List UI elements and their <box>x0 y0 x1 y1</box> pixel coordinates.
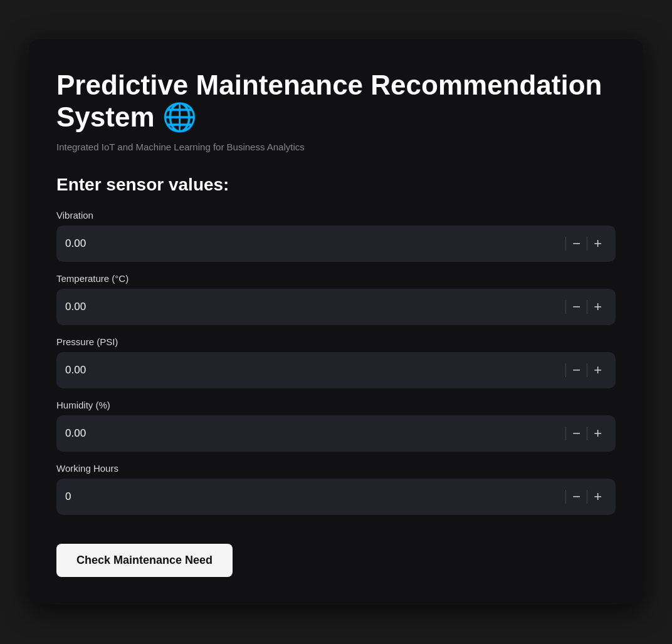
field-group-humidity: Humidity (%)−+ <box>56 400 616 452</box>
input-pressure[interactable] <box>65 364 564 377</box>
input-row-temperature: −+ <box>56 289 616 325</box>
field-group-working_hours: Working Hours−+ <box>56 463 616 515</box>
decrement-temperature[interactable]: − <box>567 289 585 325</box>
stepper-divider <box>565 363 566 377</box>
main-card: Predictive Maintenance Recommendation Sy… <box>29 39 643 605</box>
increment-humidity[interactable]: + <box>589 415 607 452</box>
stepper-divider <box>587 427 587 440</box>
app-subtitle: Integrated IoT and Machine Learning for … <box>56 142 616 152</box>
stepper-divider <box>587 237 587 251</box>
decrement-humidity[interactable]: − <box>567 415 585 452</box>
stepper-divider <box>565 237 566 251</box>
field-group-temperature: Temperature (°C)−+ <box>56 273 616 325</box>
input-row-vibration: −+ <box>56 226 616 262</box>
stepper-divider <box>565 490 566 504</box>
fields-container: Vibration−+Temperature (°C)−+Pressure (P… <box>56 210 616 515</box>
increment-vibration[interactable]: + <box>589 226 607 262</box>
input-humidity[interactable] <box>65 427 564 440</box>
stepper-divider <box>565 300 566 314</box>
input-temperature[interactable] <box>65 301 564 313</box>
stepper-divider <box>565 427 566 440</box>
input-row-working_hours: −+ <box>56 479 616 515</box>
input-vibration[interactable] <box>65 237 564 250</box>
input-row-humidity: −+ <box>56 415 616 452</box>
section-title: Enter sensor values: <box>56 175 616 195</box>
increment-pressure[interactable]: + <box>589 352 607 388</box>
app-title: Predictive Maintenance Recommendation Sy… <box>56 70 616 133</box>
label-working_hours: Working Hours <box>56 463 616 474</box>
label-temperature: Temperature (°C) <box>56 273 616 284</box>
stepper-divider <box>587 363 587 377</box>
field-group-vibration: Vibration−+ <box>56 210 616 262</box>
input-row-pressure: −+ <box>56 352 616 388</box>
input-working_hours[interactable] <box>65 491 564 503</box>
check-maintenance-button[interactable]: Check Maintenance Need <box>56 544 233 577</box>
decrement-working_hours[interactable]: − <box>567 479 585 515</box>
label-humidity: Humidity (%) <box>56 400 616 410</box>
increment-working_hours[interactable]: + <box>589 479 607 515</box>
decrement-vibration[interactable]: − <box>567 226 585 262</box>
label-pressure: Pressure (PSI) <box>56 336 616 347</box>
field-group-pressure: Pressure (PSI)−+ <box>56 336 616 388</box>
decrement-pressure[interactable]: − <box>567 352 585 388</box>
stepper-divider <box>587 490 587 504</box>
label-vibration: Vibration <box>56 210 616 221</box>
increment-temperature[interactable]: + <box>589 289 607 325</box>
stepper-divider <box>587 300 587 314</box>
